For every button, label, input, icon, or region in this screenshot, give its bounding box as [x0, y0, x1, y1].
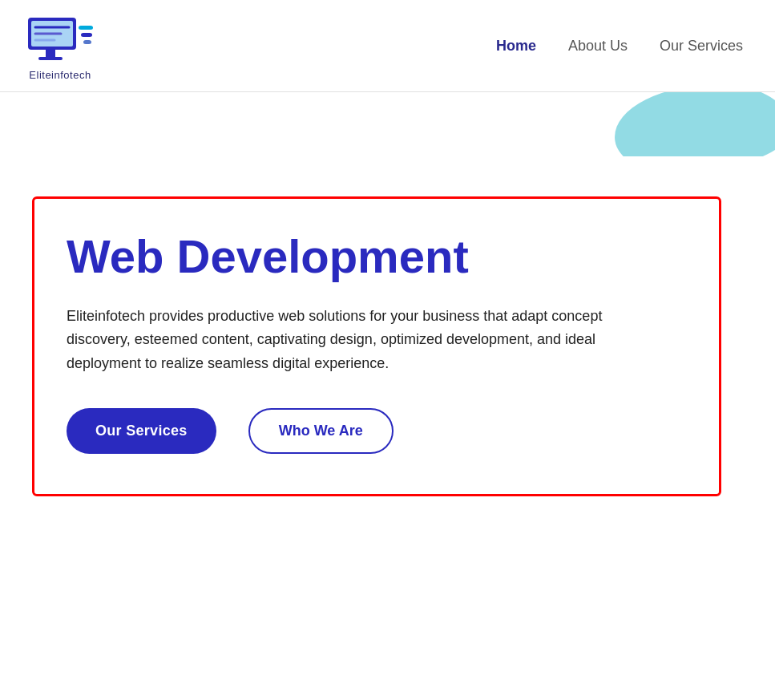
- main-nav: Home About Us Our Services: [496, 38, 743, 55]
- svg-rect-5: [46, 50, 55, 58]
- hero-buttons: Our Services Who We Are: [67, 408, 687, 454]
- decorative-blob: [615, 92, 775, 156]
- main-content: Web Development Eliteinfotech provides p…: [0, 156, 775, 528]
- nav-services[interactable]: Our Services: [660, 38, 743, 55]
- blob-area: [0, 92, 775, 156]
- site-header: Eliteinfotech Home About Us Our Services: [0, 0, 775, 92]
- logo-text: Eliteinfotech: [29, 69, 91, 81]
- nav-about[interactable]: About Us: [568, 38, 628, 55]
- our-services-button[interactable]: Our Services: [67, 408, 216, 454]
- svg-rect-8: [81, 33, 92, 37]
- svg-rect-6: [38, 57, 63, 60]
- hero-title: Web Development: [67, 231, 687, 282]
- nav-home[interactable]: Home: [496, 38, 536, 55]
- who-we-are-button[interactable]: Who We Are: [248, 408, 394, 454]
- hero-description: Eliteinfotech provides productive web so…: [67, 305, 612, 376]
- svg-rect-7: [79, 26, 93, 30]
- logo-area: Eliteinfotech: [24, 11, 96, 81]
- logo-icon: [24, 11, 96, 67]
- svg-rect-9: [83, 40, 91, 44]
- hero-card: Web Development Eliteinfotech provides p…: [32, 196, 721, 496]
